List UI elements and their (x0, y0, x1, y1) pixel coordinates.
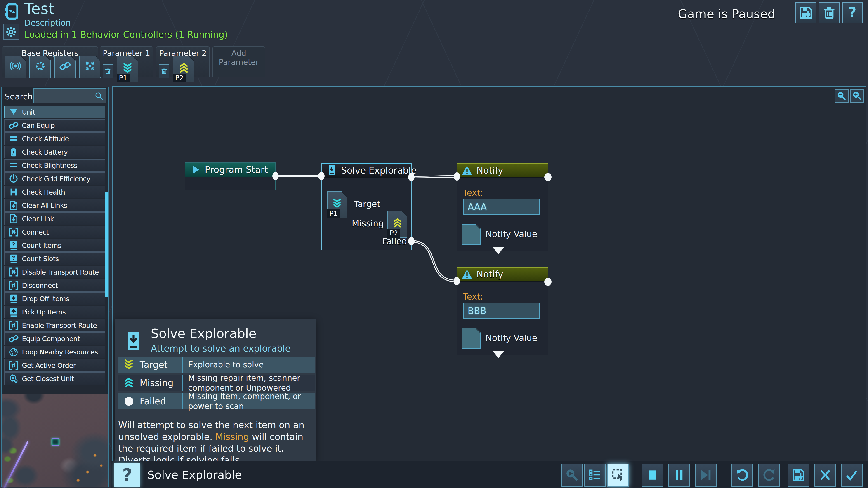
sidebar-item-label: Check Grid Efficiency (22, 175, 90, 183)
sidebar-item-equip-component[interactable]: Equip Component (4, 332, 105, 345)
stop-button[interactable] (642, 464, 663, 487)
converge-icon (84, 60, 96, 72)
marquee-select-button[interactable] (607, 464, 629, 487)
sidebar-item-disconnect[interactable]: Disconnect (4, 279, 105, 292)
sidebar-item-label: Pick Up Items (22, 308, 66, 316)
node-expand-arrow[interactable] (493, 247, 504, 254)
sidebar-item-unit[interactable]: Unit (4, 106, 105, 119)
notify-text-field[interactable] (463, 199, 540, 215)
node-notify-1[interactable]: Notify Text: Notify Value (457, 163, 548, 251)
notify-text-input[interactable] (464, 303, 539, 318)
node-solve-explorable[interactable]: Solve Explorable P1 Target Missing P2 Fa… (321, 163, 412, 250)
sidebar-item-count-slots[interactable]: ?Count Slots (4, 252, 105, 265)
pause-button[interactable] (668, 464, 690, 487)
sidebar-item-enable-transport-route[interactable]: Enable Transport Route (4, 319, 105, 332)
tab-base-registers[interactable]: Base Registers (2, 46, 98, 77)
sidebar-item-clear-link[interactable]: Clear Link (4, 213, 105, 225)
sidebar-item-check-grid-efficiency[interactable]: Check Grid Efficiency (4, 172, 105, 185)
tooltip-row-name: Failed (140, 396, 182, 406)
missing-param-slot[interactable]: P2 (388, 211, 407, 238)
sidebar-item-get-active-order[interactable]: Get Active Order (4, 359, 105, 372)
delete-parameter-1-button[interactable] (103, 64, 113, 78)
parameter-1-slot[interactable]: P1 (117, 56, 138, 83)
list-view-button[interactable] (584, 464, 606, 487)
notify-text-input[interactable] (464, 199, 539, 215)
sidebar-item-label: Clear All Links (22, 201, 67, 209)
circle-signal-icon (8, 347, 19, 357)
delete-behavior-button[interactable] (819, 2, 840, 23)
node-notify-2[interactable]: Notify Text: Notify Value (457, 267, 548, 355)
tab-parameter-2[interactable]: Parameter 2 P2 (156, 46, 210, 77)
laser-beam (0, 441, 29, 488)
notify-value-slot[interactable] (462, 224, 480, 245)
sidebar-item-label: Drop Off Items (22, 295, 69, 303)
node-header[interactable]: Solve Explorable (322, 163, 411, 177)
redo-icon (762, 467, 776, 483)
notify-value-slot[interactable] (462, 328, 480, 349)
save-behavior-button[interactable] (796, 2, 816, 23)
parameter-2-slot[interactable]: P2 (173, 56, 194, 83)
close-button[interactable] (814, 464, 836, 487)
sidebar-item-drop-off-items[interactable]: Drop Off Items (4, 292, 105, 305)
tab-add-parameter[interactable]: Add Parameter (213, 46, 265, 77)
target-param-slot[interactable]: P1 (327, 191, 347, 218)
tab-parameter-1[interactable]: Parameter 1 P1 (100, 46, 153, 77)
tooltip-subtitle: Attempt to solve an explorable (151, 343, 291, 354)
step-button[interactable] (695, 464, 717, 487)
sidebar-item-clear-all-links[interactable]: Clear All Links (4, 199, 105, 212)
node-header[interactable]: Notify (457, 267, 548, 282)
brackets-icon (8, 320, 19, 330)
zoom-out-button[interactable] (835, 89, 849, 103)
sidebar-item-connect[interactable]: Connect (4, 226, 105, 238)
zoom-run-button[interactable] (561, 464, 583, 487)
trash-icon (822, 5, 837, 20)
base-register-slot-1[interactable] (4, 56, 26, 78)
base-register-slot-3[interactable] (54, 56, 76, 78)
question-icon: ? (845, 5, 860, 20)
node-header[interactable]: Notify (457, 163, 548, 177)
chip-fold (95, 56, 100, 61)
sidebar-item-can-equip[interactable]: Can Equip (4, 119, 105, 132)
confirm-button[interactable] (841, 464, 863, 487)
undo-icon (735, 467, 750, 483)
search-field[interactable] (33, 88, 106, 103)
sidebar-item-loop-nearby-resources[interactable]: Loop Nearby Resources (4, 346, 105, 358)
paused-banner: Game is Paused (678, 7, 775, 21)
sidebar-item-pick-up-items[interactable]: Pick Up Items (4, 306, 105, 318)
sidebar-item-check-blightness[interactable]: Check Blightness (4, 159, 105, 172)
text-field-label: Text: (463, 292, 483, 302)
node-header[interactable]: Program Start (185, 163, 275, 177)
link-icon (59, 60, 71, 72)
base-register-slot-4[interactable] (79, 56, 101, 78)
node-program-start[interactable]: Program Start (185, 162, 276, 190)
base-register-slot-2[interactable] (29, 56, 51, 78)
description-link[interactable]: Description (24, 18, 71, 27)
chevrons-down-icon (123, 358, 135, 371)
sidebar-item-check-altitude[interactable]: Check Altitude (4, 132, 105, 145)
bottom-bar: ? Solve Explorable (111, 461, 868, 488)
node-expand-arrow[interactable] (493, 351, 504, 358)
sidebar-item-count-items[interactable]: ?Count Items (4, 239, 105, 252)
sidebar-item-disable-transport-route[interactable]: Disable Transport Route (4, 266, 105, 278)
help-behavior-button[interactable]: ? (842, 2, 863, 23)
delete-parameter-2-button[interactable] (159, 64, 169, 78)
chip-tag: P2 (173, 74, 186, 83)
notify-text-field[interactable] (463, 303, 540, 319)
box-down-icon (8, 293, 19, 304)
step-icon (699, 467, 713, 483)
settings-button[interactable] (3, 24, 19, 40)
minimap[interactable] (2, 394, 108, 487)
search-icon (94, 91, 104, 101)
zoom-in-button[interactable] (850, 89, 864, 103)
command-help-tile[interactable]: ? (114, 463, 141, 487)
sidebar-item-check-battery[interactable]: Check Battery (4, 146, 105, 158)
tooltip-row-name: Target (140, 359, 182, 370)
sidebar-item-label: Connect (22, 228, 49, 236)
undo-button[interactable] (732, 464, 753, 487)
sidebar-item-get-closest-unit[interactable]: Get Closest Unit (4, 372, 105, 385)
list-scrollbar[interactable] (105, 192, 108, 297)
save-button[interactable] (787, 464, 809, 487)
redo-button[interactable] (758, 464, 780, 487)
svg-text:?: ? (12, 241, 15, 248)
sidebar-item-check-health[interactable]: Check Health (4, 186, 105, 198)
